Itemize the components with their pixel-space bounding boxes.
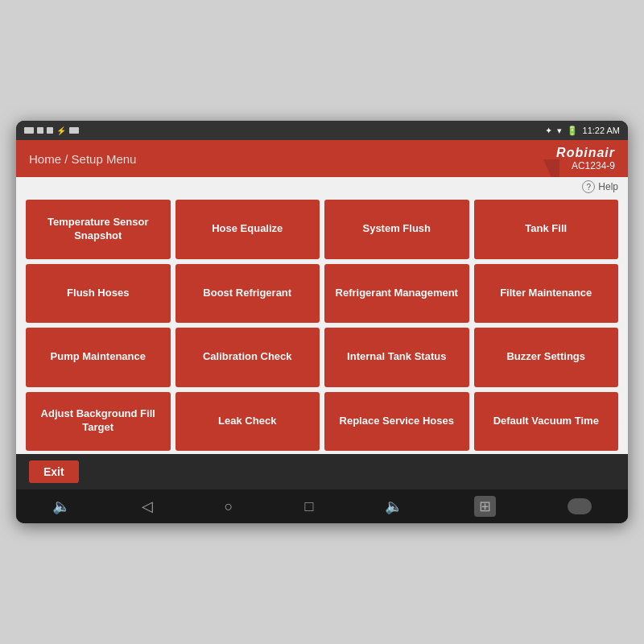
help-icon: ? xyxy=(582,180,595,193)
menu-grid: Temperature Sensor SnapshotHose Equalize… xyxy=(16,196,628,454)
logo-text: Robinair xyxy=(556,146,615,160)
status-icon-3 xyxy=(47,127,53,134)
nav-apps-icon[interactable]: ⊞ xyxy=(474,496,496,517)
menu-button-11[interactable]: Buzzer Settings xyxy=(474,328,619,387)
menu-button-0[interactable]: Temperature Sensor Snapshot xyxy=(26,200,171,259)
menu-button-15[interactable]: Default Vacuum Time xyxy=(474,392,619,452)
nav-back-icon[interactable]: ◁ xyxy=(142,497,153,515)
usb-icon: ⚡ xyxy=(56,126,66,135)
menu-button-7[interactable]: Filter Maintenance xyxy=(474,264,619,324)
breadcrumb-home[interactable]: Home xyxy=(29,152,61,166)
logo-triangle-decoration xyxy=(543,159,559,177)
menu-button-13[interactable]: Leak Check xyxy=(175,392,320,452)
menu-button-4[interactable]: Flush Hoses xyxy=(26,264,171,324)
nav-home-icon[interactable]: ○ xyxy=(225,498,233,515)
status-icon-1 xyxy=(24,127,34,134)
nav-bar: 🔈 ◁ ○ □ 🔈 ⊞ xyxy=(16,489,628,523)
help-button[interactable]: ? Help xyxy=(582,180,618,193)
menu-button-1[interactable]: Hose Equalize xyxy=(175,200,320,259)
status-icon-4 xyxy=(69,127,79,134)
breadcrumb-current: Setup Menu xyxy=(72,152,137,166)
bluetooth-icon: ✦ xyxy=(545,126,552,136)
breadcrumb-sep: / xyxy=(61,152,72,166)
logo-model: AC1234-9 xyxy=(572,160,615,171)
logo-area: Robinair AC1234-9 xyxy=(556,146,615,171)
header: Home / Setup Menu Robinair AC1234-9 xyxy=(16,140,628,177)
menu-button-8[interactable]: Pump Maintenance xyxy=(26,328,171,387)
help-bar: ? Help xyxy=(16,177,628,196)
menu-button-10[interactable]: Internal Tank Status xyxy=(324,328,469,387)
nav-recent-icon[interactable]: □ xyxy=(304,498,313,515)
nav-volume2-icon[interactable]: 🔈 xyxy=(385,497,402,515)
header-wrapper: Home / Setup Menu Robinair AC1234-9 xyxy=(16,140,628,177)
menu-button-14[interactable]: Replace Service Hoses xyxy=(324,392,469,452)
menu-button-9[interactable]: Calibration Check xyxy=(175,328,320,387)
status-bar: ⚡ ✦ ▾ 🔋 11:22 AM xyxy=(16,121,628,140)
help-label: Help xyxy=(598,181,618,192)
status-bar-left: ⚡ xyxy=(24,126,79,135)
nav-volume-icon[interactable]: 🔈 xyxy=(52,497,70,515)
nav-extra-icon[interactable] xyxy=(568,498,592,514)
time-display: 11:22 AM xyxy=(583,126,620,135)
menu-button-2[interactable]: System Flush xyxy=(324,200,469,259)
breadcrumb: Home / Setup Menu xyxy=(29,152,136,166)
footer: Exit xyxy=(16,454,628,489)
status-icon-2 xyxy=(37,127,43,134)
menu-button-3[interactable]: Tank Fill xyxy=(474,200,619,259)
menu-button-12[interactable]: Adjust Background Fill Target xyxy=(26,392,171,452)
menu-button-5[interactable]: Boost Refrigerant xyxy=(175,264,320,324)
battery-icon: 🔋 xyxy=(567,126,578,136)
wifi-icon: ▾ xyxy=(557,126,562,136)
menu-button-6[interactable]: Refrigerant Management xyxy=(324,264,469,324)
exit-button[interactable]: Exit xyxy=(29,460,79,483)
main-content: ? Help Temperature Sensor SnapshotHose E… xyxy=(16,177,628,454)
status-bar-right: ✦ ▾ 🔋 11:22 AM xyxy=(545,126,620,136)
